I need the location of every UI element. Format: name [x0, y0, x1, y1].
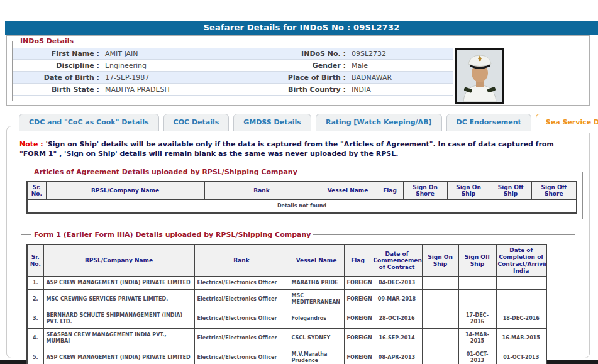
field-value: Male — [352, 62, 368, 70]
table-cell: 18-DEC-2016 — [496, 309, 546, 329]
column-header: Flag — [377, 182, 403, 200]
field-value: 17-SEP-1987 — [105, 74, 149, 82]
field-label: Birth State — [13, 85, 99, 94]
tabs-row: CDC and "CoC as Cook" DetailsCOC Details… — [19, 114, 598, 132]
table-cell: Electrical/Electronics Officer — [194, 329, 289, 348]
column-header: Sr. No. — [27, 182, 46, 200]
table-cell: 01-OCT-2013 — [458, 348, 496, 364]
empty-message: Details not found — [27, 200, 577, 214]
table-cell: 17-DEC-2016 — [458, 309, 496, 329]
field-label: INDoS No. — [283, 50, 346, 58]
detail-row: Birth StateMADHYA PRADESH Birth CountryI… — [13, 84, 453, 96]
tab-gmdss-details[interactable]: GMDSS Details — [233, 114, 311, 131]
table-cell — [422, 309, 458, 329]
tab-dc-endorsement[interactable]: DC Endorsement — [446, 114, 531, 131]
table-cell: 5. — [27, 348, 43, 364]
detail-row: First NameAMIT JAIN INDoS No.09SL2732 — [13, 48, 453, 60]
table-cell: CSCL SYDNEY — [289, 329, 344, 348]
tab-cdc-and-coc-as-cook-details[interactable]: CDC and "CoC as Cook" Details — [19, 114, 159, 131]
table-cell: MARATHA PRIDE — [289, 277, 344, 290]
indos-detail-rows: First NameAMIT JAIN INDoS No.09SL2732 Di… — [13, 48, 453, 96]
header-row: Sr. No.RPSL/Company NameRankVessel NameF… — [27, 245, 546, 277]
column-header: Vessel Name — [289, 245, 344, 277]
table-row: 2.MSC CREWING SERVICES PRIVATE LIMITED.E… — [27, 290, 546, 309]
table-cell: SEASPAN CREW MANAGEMENT INDIA PVT., MUMB… — [43, 329, 194, 348]
table-cell: FOREIGN — [344, 290, 372, 309]
field-label: Place of Birth — [283, 74, 346, 82]
field-value: MADHYA PRADESH — [105, 85, 170, 94]
column-header: Vessel Name — [319, 182, 377, 200]
column-header: RPSL/Company Name — [46, 182, 204, 200]
column-header: Date of Completion of Contract/Arriving … — [496, 245, 546, 277]
table-cell: ASP CREW MANAGEMENT (INDIA) PRIVATE LIMI… — [43, 348, 194, 364]
table-cell: ASP CREW MANAGEMENT (INDIA) PRIVATE LIMI… — [43, 277, 194, 290]
column-header: Sign Off Shore — [531, 182, 577, 200]
note-prefix: Note : — [19, 140, 43, 148]
detail-row: Date of Birth17-SEP-1987 Place of BirthB… — [13, 72, 453, 84]
field-value: INDIA — [352, 85, 371, 94]
column-header: Rank — [194, 245, 289, 277]
table-cell: 2. — [27, 290, 43, 309]
table-cell: FOREIGN — [344, 348, 372, 364]
empty-row: Details not found — [27, 200, 577, 214]
seafarer-photo — [455, 48, 504, 104]
table-cell: 3. — [27, 309, 43, 329]
field-label: Discipline — [13, 62, 99, 70]
table-cell: Electrical/Electronics Officer — [194, 277, 289, 290]
field-value: Engineering — [105, 62, 147, 70]
detail-row: DisciplineEngineering GenderMale — [13, 60, 453, 72]
table-cell: M.V.Maratha Prudence — [289, 348, 344, 364]
table-cell: FOREIGN — [344, 309, 372, 329]
table-cell: Electrical/Electronics Officer — [194, 348, 289, 364]
field-label: Date of Birth — [13, 74, 99, 82]
field-value: AMIT JAIN — [105, 50, 138, 58]
table-cell: 01-OCT-2013 — [496, 348, 546, 364]
tab-rating-watch-keeping-ab[interactable]: Rating [Watch Keeping/AB] — [316, 114, 442, 131]
table-cell: BERNHARD SCHULTE SHIPMANAGEMENT (INDIA) … — [43, 309, 194, 329]
table-cell: MSC MEDITERRANEAN — [289, 290, 344, 309]
table-cell: 28-OCT-2016 — [372, 309, 422, 329]
table-cell: 04-DEC-2013 — [372, 277, 422, 290]
sea-service-panel: Note : 'Sign on Ship' details will be av… — [6, 126, 590, 358]
table-cell: FOREIGN — [344, 329, 372, 348]
table-cell: 1. — [27, 277, 43, 290]
table-cell: 16-SEP-2014 — [372, 329, 422, 348]
table-cell: Electrical/Electronics Officer — [194, 309, 289, 329]
table-cell: 14-MAR-2015 — [458, 329, 496, 348]
column-header: Sign On Shore — [403, 182, 447, 200]
column-header: Sr. No. — [27, 245, 43, 277]
tab-coc-details[interactable]: COC Details — [163, 114, 230, 131]
page-title: Seafarer Details for INDoS No : 09SL2732 — [5, 21, 598, 35]
table-row: 5.ASP CREW MANAGEMENT (INDIA) PRIVATE LI… — [27, 348, 546, 364]
indos-details-legend: INDoS Details — [18, 37, 76, 45]
table-cell — [496, 277, 546, 290]
form1-table: Sr. No.RPSL/Company NameRankVessel NameF… — [26, 244, 547, 364]
articles-table: Sr. No.RPSL/Company NameRankVessel NameF… — [26, 181, 577, 214]
table-cell — [496, 290, 546, 309]
field-label: Gender — [283, 62, 346, 70]
table-cell — [422, 277, 458, 290]
column-header: RPSL/Company Name — [43, 245, 194, 277]
field-value: BADNAWAR — [352, 74, 392, 82]
table-cell: 09-MAR-2018 — [372, 290, 422, 309]
table-cell — [458, 290, 496, 309]
table-cell — [458, 277, 496, 290]
note-body: 'Sign on Ship' details will be available… — [19, 140, 554, 158]
table-cell: MSC CREWING SERVICES PRIVATE LIMITED. — [43, 290, 194, 309]
header-row: Sr. No.RPSL/Company NameRankVessel NameF… — [27, 182, 577, 200]
indos-details-fieldset: INDoS Details First NameAMIT JAIN INDoS … — [12, 37, 584, 101]
table-cell — [422, 348, 458, 364]
table-cell: Electrical/Electronics Officer — [194, 290, 289, 309]
column-header: Flag — [344, 245, 372, 277]
column-header: Sign Off Ship — [458, 245, 496, 277]
column-header: Sign On Ship — [422, 245, 458, 277]
table-cell: 4. — [27, 329, 43, 348]
form1-fieldset: Form 1 (Earlier Form IIIA) Details uploa… — [21, 231, 575, 364]
column-header: Sign On Ship — [447, 182, 490, 200]
table-cell: Folegandros — [289, 309, 344, 329]
indos-details-box: INDoS Details First NameAMIT JAIN INDoS … — [6, 35, 590, 106]
table-row: 4.SEASPAN CREW MANAGEMENT INDIA PVT., MU… — [27, 329, 546, 348]
tab-sea-service-details[interactable]: Sea Service Details — [536, 114, 598, 133]
field-value: 09SL2732 — [352, 50, 386, 58]
table-row: 3.BERNHARD SCHULTE SHIPMANAGEMENT (INDIA… — [27, 309, 546, 329]
